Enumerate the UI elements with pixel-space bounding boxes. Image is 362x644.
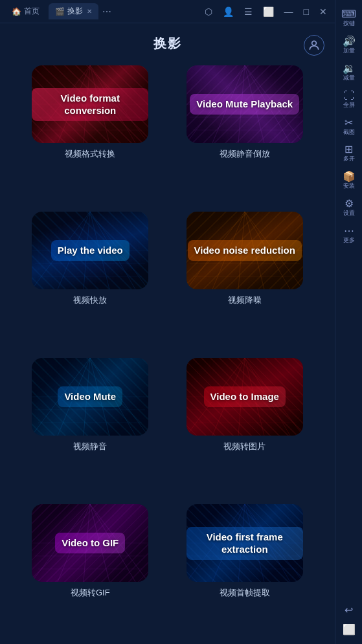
card-first-frame[interactable]: Video first frame extraction 视频首帧提取 — [174, 504, 316, 638]
settings-icon: ⚙ — [345, 199, 354, 209]
screenshot-label: 截图 — [343, 129, 355, 136]
back-icon: ↩ — [345, 605, 353, 616]
card-video-mute[interactable]: Video Mute 视频静音 — [19, 358, 161, 491]
tab-home[interactable]: 🏠 首页 — [5, 3, 46, 19]
more-icon: ⋯ — [344, 226, 354, 236]
tab-close-button[interactable]: ✕ — [87, 8, 92, 15]
card-noise-text: Video noise reduction — [188, 240, 302, 261]
sidebar-fullscreen-button[interactable]: ⛶ 全屏 — [337, 87, 361, 113]
fullscreen-icon: ⛶ — [344, 91, 354, 101]
card-video-to-gif[interactable]: Video to GIF 视频转GIF — [19, 504, 161, 638]
card-play-label: 视频快放 — [73, 294, 107, 306]
active-tab-icon: 🎬 — [55, 7, 65, 16]
volume-up-icon: 🔊 — [343, 36, 356, 47]
card-video-to-image[interactable]: Video to Image 视频转图片 — [174, 358, 316, 491]
app-header: 换影 — [0, 23, 335, 59]
multiopen-icon: ⊞ — [345, 144, 353, 155]
card-mute-play-label: 视频静音倒放 — [220, 148, 270, 160]
tab-active[interactable]: 🎬 换影 ✕ — [49, 3, 98, 19]
card-format-text: Video format conversion — [32, 88, 148, 121]
app-title: 换影 — [153, 35, 182, 52]
window-controls: ⬡ 👤 ☰ ⬜ — □ ✕ — [202, 5, 330, 18]
right-sidebar: ⌨ 按键 🔊 加量 🔉 减量 ⛶ 全屏 ✂ 截图 ⊞ 多开 📦 安装 ⚙ 设置 … — [335, 0, 362, 644]
volume-up-label: 加量 — [343, 48, 355, 54]
card-mute-playback[interactable]: Video Mute Playback 视频静音倒放 — [174, 65, 316, 199]
card-toimg-label: 视频转图片 — [223, 441, 266, 452]
gamepad-icon[interactable]: ⬡ — [202, 5, 215, 18]
user-profile-button[interactable] — [304, 35, 324, 56]
tab-more-button[interactable]: ⋯ — [98, 4, 115, 19]
fullscreen-label: 全屏 — [343, 102, 355, 109]
card-mute-text: Video Mute — [58, 386, 122, 407]
sidebar-volume-up-button[interactable]: 🔊 加量 — [337, 32, 361, 58]
install-icon: 📦 — [343, 172, 356, 182]
home-icon: 🏠 — [12, 7, 21, 16]
svg-point-0 — [312, 41, 317, 45]
sidebar-home-button[interactable]: ⬜ — [337, 621, 361, 639]
volume-down-label: 减量 — [343, 75, 355, 82]
sidebar-screenshot-button[interactable]: ✂ 截图 — [337, 114, 361, 140]
keyboard-label: 按键 — [343, 21, 355, 27]
settings-label: 设置 — [343, 210, 355, 217]
keyboard-icon: ⌨ — [341, 9, 356, 19]
app-grid: Video format conversion 视频格式转换 — [0, 59, 335, 644]
home-btn-icon: ⬜ — [343, 625, 356, 635]
sidebar-multiopen-button[interactable]: ⊞ 多开 — [337, 140, 361, 166]
card-mute-play-text: Video Mute Playback — [190, 94, 299, 115]
card-first-text: Video first frame extraction — [187, 527, 303, 560]
card-format-label: 视频格式转换 — [65, 148, 115, 160]
menu-icon[interactable]: ☰ — [242, 5, 255, 18]
maximize-button[interactable]: □ — [301, 5, 311, 18]
sidebar-keyboard-button[interactable]: ⌨ 按键 — [337, 5, 361, 31]
card-noise-label: 视频降噪 — [228, 294, 262, 306]
card-gif-text: Video to GIF — [55, 533, 125, 553]
sidebar-install-button[interactable]: 📦 安装 — [337, 168, 361, 194]
volume-down-icon: 🔉 — [343, 63, 356, 74]
sidebar-volume-down-button[interactable]: 🔉 减量 — [337, 60, 361, 85]
sidebar-settings-button[interactable]: ⚙ 设置 — [337, 195, 361, 221]
home-tab-label: 首页 — [24, 6, 40, 17]
main-area: 🏠 首页 🎬 换影 ✕ ⋯ ⬡ 👤 ☰ ⬜ — □ ✕ 换影 — [0, 0, 335, 644]
display-icon[interactable]: ⬜ — [260, 5, 277, 18]
scissors-icon: ✂ — [345, 118, 353, 128]
card-toimg-text: Video to Image — [204, 386, 286, 407]
card-mute-label: 视频静音 — [73, 441, 107, 452]
install-label: 安装 — [343, 183, 355, 190]
card-first-label: 视频首帧提取 — [220, 587, 270, 599]
minimize-button[interactable]: — — [282, 5, 296, 18]
sidebar-more-button[interactable]: ⋯ 更多 — [337, 222, 361, 248]
active-tab-label: 换影 — [67, 6, 83, 17]
sidebar-back-button[interactable]: ↩ — [337, 601, 361, 619]
card-format-conversion[interactable]: Video format conversion 视频格式转换 — [19, 65, 161, 199]
card-play-video[interactable]: Play the video 视频快放 — [19, 212, 161, 345]
title-bar: 🏠 首页 🎬 换影 ✕ ⋯ ⬡ 👤 ☰ ⬜ — □ ✕ — [0, 0, 335, 23]
multiopen-label: 多开 — [343, 156, 355, 162]
close-button[interactable]: ✕ — [317, 5, 330, 18]
more-label: 更多 — [343, 238, 355, 244]
card-play-text: Play the video — [51, 240, 130, 261]
card-gif-label: 视频转GIF — [71, 587, 110, 599]
card-noise-reduction[interactable]: Video noise reduction 视频降噪 — [174, 212, 316, 345]
account-icon[interactable]: 👤 — [220, 5, 236, 18]
